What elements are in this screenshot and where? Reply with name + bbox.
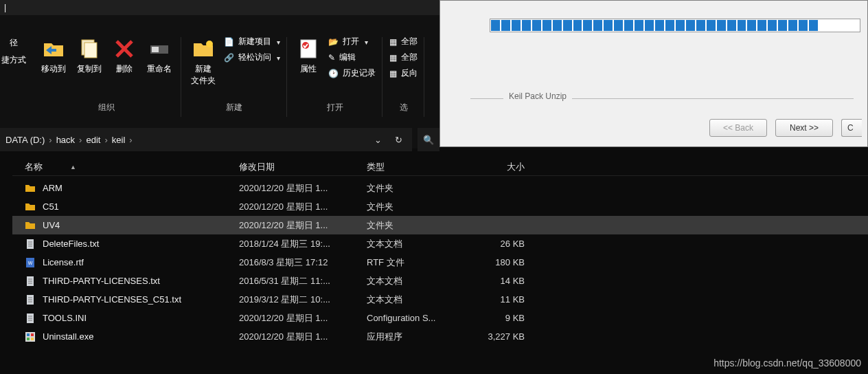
file-type: Configuration S...	[367, 313, 470, 323]
progress-segment	[522, 20, 531, 31]
progress-segment	[727, 20, 736, 31]
column-headers[interactable]: 名称▲ 修改日期 类型 大小	[12, 158, 868, 176]
file-name: UV4	[43, 220, 60, 230]
progress-segment	[840, 20, 849, 31]
txt-icon	[25, 294, 36, 305]
history-label: 历史记录	[343, 67, 376, 79]
file-type: 文件夹	[367, 201, 470, 213]
progress-segment	[532, 20, 541, 31]
history-button[interactable]: 🕑 历史记录	[328, 67, 376, 79]
file-name: License.rtf	[43, 257, 84, 267]
folder-icon	[25, 201, 36, 212]
history-icon: 🕑	[328, 69, 339, 78]
invert-selection-button[interactable]: ▦ 反向	[389, 67, 418, 79]
select-all-label: 全部	[401, 36, 418, 47]
progress-segment	[676, 20, 685, 31]
file-type: 文本文档	[367, 294, 470, 306]
file-size: 9 KB	[470, 313, 532, 323]
progress-segment	[583, 20, 592, 31]
progress-segment	[655, 20, 664, 31]
rename-button[interactable]: 重命名	[144, 34, 174, 78]
search-box[interactable]: 🔍	[418, 128, 439, 151]
delete-button[interactable]: 删除	[110, 34, 139, 78]
breadcrumb-segment[interactable]: hack	[56, 135, 75, 145]
progress-segment	[738, 20, 746, 31]
properties-button[interactable]: 属性	[294, 34, 323, 78]
progress-segment	[573, 20, 582, 31]
ribbon-left-fragment: 径 捷方式	[0, 34, 32, 124]
ribbon-group-select: ▦ 全部 ▦ 全部 ▦ 反向 选	[382, 34, 424, 124]
new-item-label: 新建项目	[238, 36, 271, 47]
breadcrumb-segment[interactable]: keil	[112, 135, 126, 145]
file-row[interactable]: C512020/12/20 星期日 1...文件夹	[12, 197, 868, 216]
installer-dialog: Keil Pack Unzip << Back Next >> C	[439, 0, 868, 147]
file-row[interactable]: DeleteFiles.txt2018/1/24 星期三 19:...文本文档2…	[12, 234, 868, 253]
easy-access-button[interactable]: 🔗 轻松访问	[224, 52, 280, 63]
file-date: 2019/3/12 星期二 10:...	[239, 294, 367, 306]
file-row[interactable]: TOOLS.INI2020/12/20 星期日 1...Configuratio…	[12, 309, 868, 327]
file-name: TOOLS.INI	[43, 313, 87, 323]
chevron-right-icon	[79, 135, 82, 145]
progress-segment	[757, 20, 766, 31]
file-row[interactable]: ARM2020/12/20 星期日 1...文件夹	[12, 179, 868, 197]
file-date: 2020/12/20 星期日 1...	[239, 331, 367, 343]
delete-x-icon	[113, 37, 136, 60]
progress-segment	[645, 20, 654, 31]
file-row[interactable]: THIRD-PARTY-LICENSES.txt2016/5/31 星期二 11…	[12, 272, 868, 290]
progress-segment	[665, 20, 674, 31]
group-organize-label: 组织	[98, 102, 115, 113]
file-row[interactable]: UV42020/12/20 星期日 1...文件夹	[12, 216, 868, 234]
file-type: 文件夹	[367, 219, 470, 232]
file-size: 14 KB	[470, 276, 532, 286]
svg-point-8	[302, 42, 309, 49]
file-row[interactable]: Uninstall.exe2020/12/20 星期日 1...应用程序3,22…	[12, 327, 868, 346]
move-to-button[interactable]: 移动到	[38, 34, 69, 78]
breadcrumb-dropdown-icon[interactable]: ⌄	[369, 131, 386, 148]
chevron-right-icon	[49, 135, 52, 145]
col-size[interactable]: 大小	[470, 161, 532, 173]
folder-icon	[25, 183, 36, 194]
progress-bar	[490, 19, 860, 32]
select-none-label: 全部	[401, 52, 418, 63]
breadcrumb-segment[interactable]: edit	[86, 135, 100, 145]
progress-segment	[491, 20, 500, 31]
progress-segment	[542, 20, 551, 31]
col-name[interactable]: 名称	[25, 161, 43, 173]
select-none-button[interactable]: ▦ 全部	[389, 52, 418, 63]
fieldset-legend: Keil Pack Unzip	[503, 91, 572, 101]
cancel-button[interactable]: C	[841, 119, 862, 137]
copy-to-button[interactable]: 复制到	[74, 34, 104, 78]
breadcrumb-bar[interactable]: DATA (D:)hackeditkeil ⌄ ↻	[0, 128, 412, 151]
progress-segment	[593, 20, 602, 31]
rename-icon	[148, 37, 171, 60]
edit-button[interactable]: ✎ 编辑	[328, 52, 376, 63]
watermark: https://blog.csdn.net/qq_33608000	[713, 358, 861, 368]
file-row[interactable]: WLicense.rtf2016/8/3 星期三 17:12RTF 文件180 …	[12, 253, 868, 272]
new-folder-button[interactable]: 新建 文件夹	[188, 34, 218, 89]
file-size: 3,227 KB	[470, 331, 532, 342]
file-type: 应用程序	[367, 331, 470, 343]
rtf-icon: W	[25, 257, 36, 268]
next-button[interactable]: Next >>	[775, 119, 833, 137]
file-size: 180 KB	[470, 257, 532, 267]
col-type[interactable]: 类型	[367, 161, 470, 173]
refresh-icon[interactable]: ↻	[390, 131, 407, 148]
open-button[interactable]: 📂 打开	[328, 36, 376, 47]
txt-icon	[25, 239, 36, 250]
svg-rect-1	[84, 43, 97, 58]
file-list: 名称▲ 修改日期 类型 大小 ARM2020/12/20 星期日 1...文件夹…	[0, 154, 868, 374]
file-date: 2016/5/31 星期二 11:...	[239, 275, 367, 287]
file-size: 26 KB	[470, 239, 532, 249]
easy-access-icon: 🔗	[224, 53, 234, 63]
col-date[interactable]: 修改日期	[239, 161, 367, 173]
breadcrumb-segment[interactable]: DATA (D:)	[5, 135, 45, 145]
progress-segment	[553, 20, 562, 31]
file-row[interactable]: THIRD-PARTY-LICENSES_C51.txt2019/3/12 星期…	[12, 290, 868, 309]
open-icon: 📂	[328, 37, 339, 47]
progress-segment	[696, 20, 705, 31]
back-button[interactable]: << Back	[709, 119, 767, 137]
new-folder-label: 新建 文件夹	[191, 63, 216, 87]
ribbon-group-organize: 移动到 复制到 删除 重命名 组织	[32, 34, 181, 124]
select-all-button[interactable]: ▦ 全部	[389, 36, 418, 47]
new-item-button[interactable]: 📄 新建项目	[224, 36, 280, 47]
